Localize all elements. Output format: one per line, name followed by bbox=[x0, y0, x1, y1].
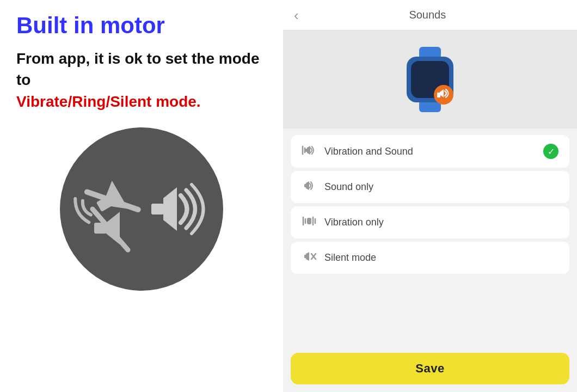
highlight-text: Vibrate/Ring/Silent mode. bbox=[16, 93, 201, 110]
watch-illustration-area bbox=[283, 30, 577, 128]
svg-rect-20 bbox=[304, 184, 306, 187]
option-sound-only-label: Sound only bbox=[324, 181, 558, 193]
left-panel: Built in motor From app, it is ok to set… bbox=[0, 0, 283, 392]
muted-speaker-icon bbox=[93, 209, 128, 250]
vibration-only-icon bbox=[302, 215, 317, 230]
save-button[interactable]: Save bbox=[291, 353, 569, 384]
description-text: From app, it is ok to set the mode to bbox=[16, 50, 260, 88]
option-vibration-only-label: Vibration only bbox=[324, 217, 558, 228]
illustration-circle bbox=[60, 127, 223, 291]
svg-rect-18 bbox=[305, 149, 308, 152]
svg-rect-7 bbox=[151, 204, 164, 215]
sounds-header: ‹ Sounds bbox=[283, 0, 577, 30]
sound-only-icon bbox=[302, 180, 317, 194]
svg-rect-14 bbox=[437, 93, 440, 97]
silent-icon bbox=[302, 250, 317, 265]
option-vibration-sound[interactable]: Vibration and Sound ✓ bbox=[291, 135, 569, 168]
description: From app, it is ok to set the mode to Vi… bbox=[16, 48, 267, 112]
svg-rect-27 bbox=[304, 255, 306, 258]
vibration-sound-icon bbox=[302, 144, 317, 159]
sound-speaker-icon bbox=[151, 185, 204, 234]
svg-rect-25 bbox=[307, 218, 311, 224]
options-list: Vibration and Sound ✓ Sound only bbox=[283, 128, 577, 347]
header-title: Sounds bbox=[305, 9, 550, 21]
back-button[interactable]: ‹ bbox=[294, 8, 299, 22]
option-sound-only[interactable]: Sound only bbox=[291, 171, 569, 203]
watch-svg bbox=[400, 47, 460, 112]
illustration-svg bbox=[71, 138, 212, 280]
page-title: Built in motor bbox=[16, 13, 267, 38]
option-vibration-sound-label: Vibration and Sound bbox=[324, 146, 536, 157]
option-silent-mode[interactable]: Silent mode bbox=[291, 242, 569, 274]
option-vibration-only[interactable]: Vibration only bbox=[291, 206, 569, 238]
right-panel: ‹ Sounds bbox=[283, 0, 577, 392]
option-silent-label: Silent mode bbox=[324, 252, 558, 264]
svg-marker-6 bbox=[163, 187, 177, 231]
selected-check-icon: ✓ bbox=[543, 144, 558, 159]
